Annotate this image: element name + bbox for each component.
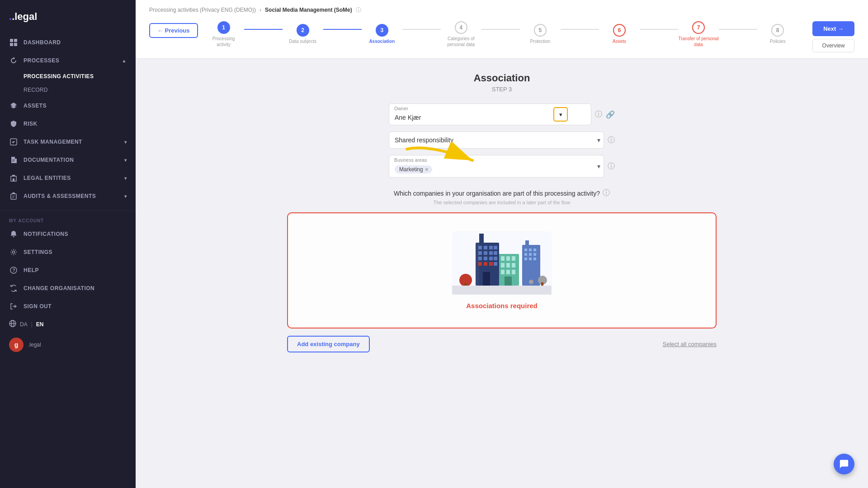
- svg-rect-57: [484, 262, 487, 266]
- sidebar-item-assets[interactable]: ASSETS: [0, 97, 136, 115]
- svg-rect-41: [505, 277, 512, 286]
- shared-responsibility-field-group: Shared responsibility ▾ ⓘ: [389, 131, 615, 149]
- globe-icon: [9, 320, 16, 328]
- building-icon: [9, 174, 18, 183]
- page-title: Association: [163, 72, 841, 84]
- business-areas-info-icon[interactable]: ⓘ: [608, 162, 615, 171]
- content-area: Association STEP 3 Owner ▾ ⓘ 🔗: [136, 59, 868, 488]
- sidebar-item-risk[interactable]: RISK: [0, 115, 136, 133]
- sidebar-item-documentation[interactable]: DOCUMENTATION ▾: [0, 151, 136, 169]
- add-existing-company-button[interactable]: Add existing company: [287, 336, 370, 352]
- sidebar-item-change-org[interactable]: CHANGE ORGANISATION: [0, 279, 136, 297]
- step-label-2: Data subjects: [289, 38, 316, 44]
- language-selector: DA | EN: [0, 315, 136, 333]
- step-circle-2: 2: [297, 24, 309, 37]
- business-areas-label: Business areas: [394, 158, 427, 163]
- sidebar-item-processing-activities[interactable]: PROCESSING ACTIVITIES: [0, 70, 136, 83]
- sidebar-item-label: SETTINGS: [24, 249, 52, 255]
- chat-icon[interactable]: [834, 454, 854, 474]
- shield-icon: [9, 119, 18, 128]
- step-5[interactable]: 5 Protection: [520, 24, 561, 44]
- sidebar-item-label: AUDITS & ASSESSMENTS: [24, 193, 96, 199]
- lang-da[interactable]: DA: [20, 321, 28, 328]
- business-areas-field-group: Business areas Marketing × ▾ ⓘ: [389, 155, 615, 178]
- step-3[interactable]: 3 Association: [362, 24, 402, 44]
- breadcrumb: Processing activities (Privacy ENG (DEMO…: [149, 6, 854, 14]
- shared-responsibility-select[interactable]: Shared responsibility: [389, 131, 604, 149]
- step-label-6: Assets: [613, 38, 626, 44]
- sidebar-item-label: CHANGE ORGANISATION: [24, 285, 94, 291]
- svg-rect-49: [484, 251, 487, 255]
- settings-icon: [9, 248, 18, 257]
- sidebar-item-settings[interactable]: SETTINGS: [0, 243, 136, 261]
- next-button[interactable]: Next →: [812, 21, 854, 36]
- step-circle-4: 4: [455, 21, 467, 34]
- layers-icon: [9, 101, 18, 110]
- svg-rect-8: [13, 178, 14, 181]
- logo-area: ..legal: [0, 0, 136, 30]
- page-subtitle: STEP 3: [163, 86, 841, 93]
- owner-link-icon[interactable]: 🔗: [606, 110, 615, 119]
- sidebar-item-record[interactable]: RECORD: [0, 83, 136, 97]
- sidebar-item-processes[interactable]: PROCESSES ▲: [0, 52, 136, 70]
- svg-rect-38: [501, 270, 505, 274]
- step-4[interactable]: 4 Categories of personal data: [441, 21, 481, 47]
- step-nav: ← Previous 1 Processing activity 2 Data …: [149, 21, 854, 52]
- svg-rect-29: [529, 258, 532, 260]
- step-circle-3: 3: [376, 24, 388, 37]
- shared-responsibility-row: Shared responsibility ▾ ⓘ: [389, 131, 615, 149]
- svg-rect-36: [506, 263, 510, 267]
- svg-point-12: [13, 251, 15, 253]
- owner-dropdown-button[interactable]: ▾: [553, 107, 568, 122]
- svg-rect-34: [512, 256, 515, 261]
- question-hint: The selected companies are included in a…: [163, 200, 841, 205]
- step-2[interactable]: 2 Data subjects: [283, 24, 323, 44]
- steps-wrapper: 1 Processing activity 2 Data subjects 3 …: [203, 21, 798, 47]
- step-1[interactable]: 1 Processing activity: [203, 21, 244, 47]
- select-all-companies-button[interactable]: Select all companies: [663, 341, 717, 347]
- shared-responsibility-dropdown-icon[interactable]: ▾: [597, 136, 600, 144]
- lang-en[interactable]: EN: [36, 321, 44, 328]
- owner-info-icon[interactable]: ⓘ: [595, 110, 602, 119]
- step-circle-1: 1: [217, 21, 230, 34]
- chevron-down-icon: ▾: [124, 194, 127, 199]
- logo: ..legal: [9, 11, 37, 23]
- prev-button[interactable]: ← Previous: [149, 23, 198, 38]
- step-6[interactable]: 6 Assets: [599, 24, 640, 44]
- sidebar-item-dashboard[interactable]: DASHBOARD: [0, 33, 136, 52]
- sidebar-subitem-label: RECORD: [24, 87, 48, 93]
- svg-rect-51: [494, 251, 497, 255]
- step-label-5: Protection: [530, 38, 550, 44]
- sidebar: ..legal DASHBOARD PROCESSES ▲ PROCESSING…: [0, 0, 136, 488]
- shared-responsibility-info-icon[interactable]: ⓘ: [608, 136, 615, 145]
- connector-3-4: [402, 29, 441, 30]
- sidebar-item-help[interactable]: ? HELP: [0, 261, 136, 279]
- sidebar-item-notifications[interactable]: NOTIFICATIONS: [0, 225, 136, 243]
- question-area: Which companies in your organisation are…: [163, 188, 841, 205]
- sidebar-item-label: ASSETS: [24, 103, 47, 109]
- sidebar-item-task-management[interactable]: TASK MANAGEMENT ▾: [0, 133, 136, 151]
- step-7[interactable]: 7 Transfer of personal data: [678, 21, 719, 47]
- sidebar-item-legal-entities[interactable]: LEGAL ENTITIES ▾: [0, 169, 136, 187]
- svg-rect-2: [10, 43, 13, 46]
- main-nav: DASHBOARD PROCESSES ▲ PROCESSING ACTIVIT…: [0, 30, 136, 209]
- step-8[interactable]: 8 Policies: [757, 24, 798, 44]
- sidebar-item-sign-out[interactable]: SIGN OUT: [0, 297, 136, 315]
- question-info-icon[interactable]: ⓘ: [603, 188, 610, 198]
- chevron-down-icon: ▾: [124, 140, 127, 145]
- svg-rect-30: [533, 258, 536, 260]
- connector-4-5: [481, 29, 520, 30]
- connector-7-8: [719, 29, 757, 30]
- overview-button[interactable]: Overview: [812, 39, 854, 52]
- sidebar-item-audits[interactable]: AUDITS & ASSESSMENTS ▾: [0, 187, 136, 205]
- step-label-7: Transfer of personal data: [678, 36, 719, 47]
- avatar-brand: .legal: [28, 342, 41, 348]
- marketing-tag: Marketing ×: [395, 165, 432, 174]
- svg-rect-60: [483, 272, 490, 286]
- breadcrumb-info-icon[interactable]: ⓘ: [356, 6, 361, 14]
- tag-remove-button[interactable]: ×: [425, 166, 429, 173]
- business-areas-dropdown-icon[interactable]: ▾: [597, 163, 600, 170]
- svg-rect-53: [484, 257, 487, 260]
- sidebar-item-label: LEGAL ENTITIES: [24, 175, 71, 181]
- svg-rect-55: [494, 257, 497, 260]
